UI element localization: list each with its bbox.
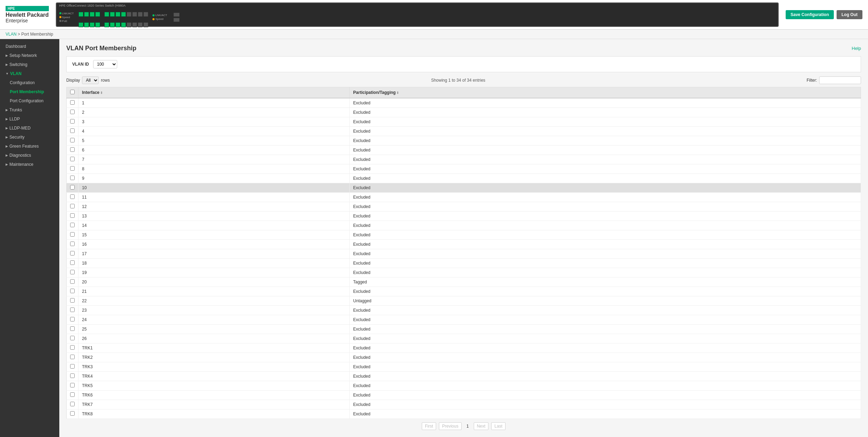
- row-checkbox[interactable]: [70, 392, 75, 397]
- row-check-cell: [67, 108, 78, 117]
- row-checkbox[interactable]: [70, 308, 75, 312]
- row-check-cell: [67, 277, 78, 287]
- row-checkbox[interactable]: [70, 128, 75, 133]
- row-checkbox[interactable]: [70, 110, 75, 114]
- sidebar-item-lldp[interactable]: ▶LLDP: [0, 114, 59, 124]
- breadcrumb: VLAN > Port Membership: [0, 30, 868, 39]
- breadcrumb-vlan-link[interactable]: VLAN: [6, 32, 16, 37]
- table-row: 25Excluded: [67, 325, 861, 334]
- sidebar-item-lldp-med[interactable]: ▶LLDP-MED: [0, 124, 59, 133]
- sidebar-item-dashboard[interactable]: Dashboard: [0, 42, 59, 51]
- main-layout: Dashboard▶Setup Network▶Switching▼VLANCo…: [0, 39, 868, 437]
- row-check-cell: [67, 221, 78, 230]
- row-checkbox[interactable]: [70, 402, 75, 406]
- row-check-cell: [67, 127, 78, 136]
- row-checkbox[interactable]: [70, 298, 75, 303]
- filter-input[interactable]: [819, 76, 861, 84]
- display-rows-select[interactable]: All102550: [82, 76, 99, 84]
- row-checkbox[interactable]: [70, 242, 75, 246]
- interface-cell: 13: [78, 212, 350, 221]
- row-checkbox[interactable]: [70, 326, 75, 331]
- row-check-cell: [67, 164, 78, 174]
- row-checkbox[interactable]: [70, 336, 75, 340]
- row-checkbox[interactable]: [70, 166, 75, 171]
- sidebar-item-setup-network[interactable]: ▶Setup Network: [0, 51, 59, 60]
- row-checkbox[interactable]: [70, 251, 75, 255]
- interface-cell: 16: [78, 240, 350, 249]
- sidebar-item-vlan-config[interactable]: Configuration: [0, 78, 59, 87]
- sidebar-label-trunks: Trunks: [9, 108, 22, 112]
- sidebar-label-setup-network: Setup Network: [9, 53, 37, 58]
- table-row: 12Excluded: [67, 202, 861, 212]
- sidebar-item-diagnostics[interactable]: ▶Diagnostics: [0, 151, 59, 160]
- row-checkbox[interactable]: [70, 270, 75, 274]
- interface-cell: 17: [78, 249, 350, 259]
- col-interface-header[interactable]: Interface⇕: [78, 87, 350, 98]
- row-check-cell: [67, 372, 78, 381]
- row-checkbox[interactable]: [70, 279, 75, 284]
- row-checkbox[interactable]: [70, 119, 75, 124]
- select-all-checkbox[interactable]: [70, 90, 75, 94]
- previous-page-button[interactable]: Previous: [439, 422, 462, 430]
- row-check-cell: [67, 249, 78, 259]
- row-checkbox[interactable]: [70, 176, 75, 180]
- interface-cell: TRK7: [78, 400, 350, 409]
- interface-cell: 18: [78, 259, 350, 268]
- row-checkbox[interactable]: [70, 100, 75, 105]
- sidebar-item-security[interactable]: ▶Security: [0, 133, 59, 142]
- interface-cell: TRK3: [78, 362, 350, 372]
- row-checkbox[interactable]: [70, 232, 75, 237]
- showing-text: Showing 1 to 34 of 34 entries: [431, 78, 485, 83]
- row-checkbox[interactable]: [70, 364, 75, 369]
- row-checkbox[interactable]: [70, 213, 75, 218]
- row-checkbox[interactable]: [70, 204, 75, 208]
- row-checkbox[interactable]: [70, 289, 75, 293]
- row-checkbox[interactable]: [70, 223, 75, 227]
- row-checkbox[interactable]: [70, 317, 75, 321]
- logout-button[interactable]: Log Out: [837, 10, 862, 19]
- col-participation-header[interactable]: Participation/Tagging⇕: [350, 87, 861, 98]
- last-page-button[interactable]: Last: [491, 422, 506, 430]
- row-checkbox[interactable]: [70, 355, 75, 359]
- vlan-id-select[interactable]: 1100200: [93, 60, 117, 68]
- save-config-button[interactable]: Save Configuration: [786, 10, 834, 19]
- sidebar-item-trunks[interactable]: ▶Trunks: [0, 105, 59, 114]
- table-row: TRK3Excluded: [67, 362, 861, 372]
- row-checkbox[interactable]: [70, 138, 75, 142]
- vlan-id-row: VLAN ID 1100200: [66, 56, 861, 72]
- participation-cell: Excluded: [350, 136, 861, 146]
- table-row: 21Excluded: [67, 287, 861, 296]
- row-checkbox[interactable]: [70, 185, 75, 190]
- interface-cell: 5: [78, 136, 350, 146]
- row-checkbox[interactable]: [70, 147, 75, 152]
- next-page-button[interactable]: Next: [474, 422, 489, 430]
- interface-cell: 14: [78, 221, 350, 230]
- row-check-cell: [67, 212, 78, 221]
- sidebar-item-maintenance[interactable]: ▶Maintenance: [0, 160, 59, 169]
- sidebar-item-vlan-port-config[interactable]: Port Configuration: [0, 96, 59, 105]
- table-row: 15Excluded: [67, 230, 861, 240]
- sidebar-item-vlan-port-membership[interactable]: Port Membership: [0, 87, 59, 96]
- table-row: TRK1Excluded: [67, 343, 861, 353]
- sidebar-item-green-features[interactable]: ▶Green Features: [0, 142, 59, 151]
- row-checkbox[interactable]: [70, 373, 75, 378]
- row-check-cell: [67, 202, 78, 212]
- table-row: 10Excluded: [67, 183, 861, 193]
- sidebar-item-switching[interactable]: ▶Switching: [0, 60, 59, 69]
- help-link[interactable]: Help: [852, 46, 861, 51]
- row-check-cell: [67, 325, 78, 334]
- row-checkbox[interactable]: [70, 411, 75, 416]
- first-page-button[interactable]: First: [422, 422, 436, 430]
- sidebar-item-vlan[interactable]: ▼VLAN: [0, 69, 59, 78]
- row-checkbox[interactable]: [70, 345, 75, 350]
- table-body: 1Excluded2Excluded3Excluded4Excluded5Exc…: [67, 98, 861, 419]
- row-checkbox[interactable]: [70, 194, 75, 199]
- sidebar-label-lldp-med: LLDP-MED: [9, 126, 31, 131]
- row-check-cell: [67, 287, 78, 296]
- row-checkbox[interactable]: [70, 157, 75, 161]
- row-check-cell: [67, 315, 78, 325]
- row-checkbox[interactable]: [70, 260, 75, 265]
- switch-title: HPE OfficeConnect 1820 Series Switch (H9…: [59, 4, 126, 7]
- row-checkbox[interactable]: [70, 383, 75, 387]
- table-row: 3Excluded: [67, 117, 861, 127]
